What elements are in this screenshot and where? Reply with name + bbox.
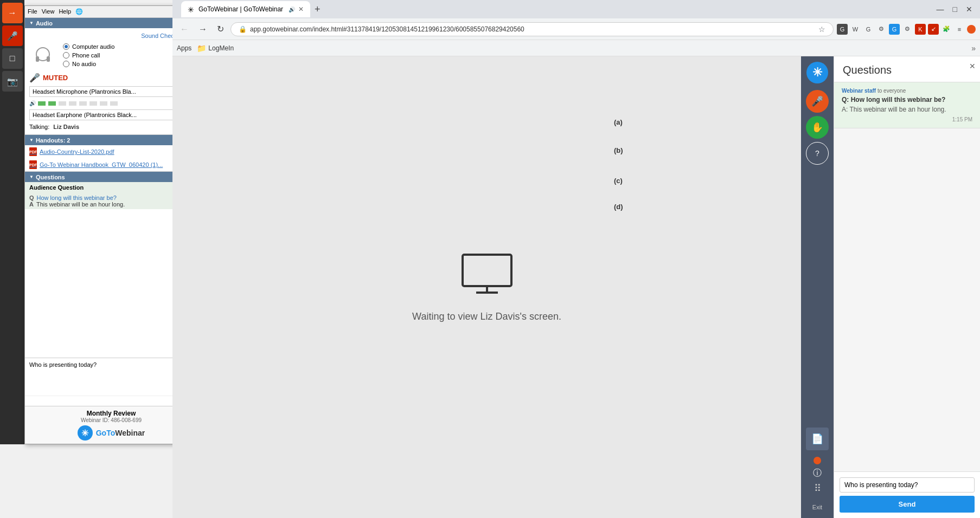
ext-2[interactable]: G bbox=[863, 24, 874, 35]
doc-btn-row: 📄 bbox=[806, 428, 829, 450]
ext-5[interactable]: K bbox=[915, 24, 926, 35]
handout-item-1[interactable]: PDF Audio-Country-List-2020.pdf bbox=[25, 145, 197, 158]
ext-1[interactable]: W bbox=[850, 24, 861, 35]
browser-tab-active[interactable]: ✳ GoToWebinar | GoToWebinar 🔊 ✕ bbox=[181, 1, 310, 17]
app-menu: File View Help 🌐 bbox=[28, 8, 83, 15]
address-bar[interactable]: 🔒 app.gotowebinar.com/index.html#3113784… bbox=[230, 22, 834, 36]
svg-rect-1 bbox=[36, 56, 39, 62]
gotowebinar-logo: ✳ GoToWebinar bbox=[29, 425, 193, 441]
desktop-app-panel: File View Help 🌐 _ □ ✕ ▼ Audio ⊡ Sound C… bbox=[24, 5, 198, 444]
ext-lastpass[interactable]: ↙ bbox=[928, 24, 939, 35]
muted-indicator: 🎤 MUTED bbox=[29, 73, 193, 83]
monitor-icon bbox=[460, 252, 514, 306]
audio-section-header: ▼ Audio ⊡ bbox=[25, 18, 197, 28]
earphone-device-selector[interactable]: Headset Earphone (Plantronics Black... ▼ bbox=[29, 109, 193, 120]
browser-close-btn[interactable]: ✕ bbox=[963, 4, 976, 15]
apps-label: Apps bbox=[177, 44, 191, 52]
vol-bar-4 bbox=[69, 101, 76, 106]
questions-panel-close-btn[interactable]: ✕ bbox=[969, 62, 976, 70]
sidebar-icon-camera[interactable]: 📷 bbox=[2, 71, 23, 92]
address-star-icon[interactable]: ☆ bbox=[818, 25, 825, 34]
phone-call-radio[interactable] bbox=[63, 52, 69, 59]
a-answer-text: This webinar will be an hour long. bbox=[849, 106, 946, 113]
computer-audio-option[interactable]: Computer audio bbox=[63, 43, 114, 50]
help-btn-row: ? bbox=[806, 142, 829, 165]
profile-avatar[interactable] bbox=[967, 25, 976, 34]
no-audio-option[interactable]: No audio bbox=[63, 61, 114, 67]
questions-collapse-icon[interactable]: ▼ bbox=[29, 174, 34, 179]
ext-grammarly[interactable]: G bbox=[837, 24, 848, 35]
vol-bar-8 bbox=[110, 101, 118, 106]
chat-input[interactable]: Who is presenting today? bbox=[29, 361, 193, 381]
menu-help[interactable]: Help bbox=[59, 8, 71, 15]
audio-radio-group: Computer audio Phone call No audio bbox=[63, 43, 114, 67]
doc-btn[interactable]: 📄 bbox=[806, 428, 829, 450]
ext-4[interactable]: ⚙ bbox=[902, 24, 913, 35]
ext-more[interactable]: ≡ bbox=[954, 24, 965, 35]
tab-close-btn[interactable]: ✕ bbox=[298, 5, 304, 13]
sidebar-icon-arrow[interactable]: → bbox=[2, 3, 23, 23]
sidebar-icon-mic[interactable]: 🎤 bbox=[2, 25, 23, 46]
handout-filename-2: Go-To Webinar Handbook_GTW_060420 (1)... bbox=[40, 161, 163, 168]
ext-3[interactable]: ⚙ bbox=[876, 24, 887, 35]
control-strip: ✳ 🎤 ✋ ? 📄 bbox=[801, 56, 834, 518]
bookmarks-bar: Apps 📁 LogMeIn » bbox=[172, 40, 980, 56]
grid-btn[interactable]: ⠿ bbox=[814, 482, 821, 494]
handouts-section-header: ▼ Handouts: 2 ⊡ bbox=[25, 135, 197, 145]
menu-view[interactable]: View bbox=[42, 8, 55, 15]
info-btn[interactable]: ⓘ bbox=[813, 468, 822, 479]
bookmark-logmein[interactable]: 📁 LogMeIn bbox=[197, 44, 234, 53]
browser-window: ✳ GoToWebinar | GoToWebinar 🔊 ✕ + — □ ✕ … bbox=[172, 0, 980, 518]
menu-globe-icon[interactable]: 🌐 bbox=[75, 8, 83, 15]
sound-check-row: Sound Check ? bbox=[29, 33, 193, 39]
qa-item: Q How long will this webinar be? A This … bbox=[25, 193, 197, 209]
ext-puzzle[interactable]: 🧩 bbox=[941, 24, 952, 35]
pdf-icon-1: PDF bbox=[29, 147, 37, 156]
questions-section: ▼ Questions ⊡ Audience Question Q How lo… bbox=[25, 171, 197, 358]
audio-collapse-icon[interactable]: ▼ bbox=[29, 21, 34, 25]
qa-answer-row: A This webinar will be an hour long. bbox=[29, 201, 193, 208]
menu-file[interactable]: File bbox=[28, 8, 37, 15]
questions-right-panel: Questions ✕ Webinar staff to everyone Q:… bbox=[834, 56, 980, 518]
forward-btn[interactable]: → bbox=[195, 23, 210, 36]
vol-bar-1 bbox=[38, 101, 46, 106]
pdf-icon-2: PDF bbox=[29, 160, 37, 169]
address-bar-row: ← → ↻ 🔒 app.gotowebinar.com/index.html#3… bbox=[172, 18, 980, 40]
gotowebinar-asterisk-logo: ✳ bbox=[806, 62, 828, 83]
muted-text: MUTED bbox=[43, 74, 68, 82]
new-tab-btn[interactable]: + bbox=[311, 4, 324, 15]
phone-call-option[interactable]: Phone call bbox=[63, 52, 114, 59]
ext-vpn[interactable]: G bbox=[889, 24, 900, 35]
questions-panel-header: Questions ✕ bbox=[834, 56, 980, 82]
webinar-title: Monthly Review bbox=[29, 410, 193, 417]
handouts-title: Handouts: 2 bbox=[36, 137, 71, 144]
back-btn[interactable]: ← bbox=[177, 23, 192, 36]
browser-minimize-btn[interactable]: — bbox=[933, 4, 947, 15]
exit-btn[interactable]: Exit bbox=[801, 502, 834, 513]
q-prefix: Q: bbox=[842, 96, 849, 103]
right-send-btn[interactable]: Send bbox=[840, 496, 975, 513]
right-chat-input[interactable] bbox=[840, 477, 975, 493]
no-audio-radio[interactable] bbox=[63, 61, 69, 67]
hand-raise-btn[interactable]: ✋ bbox=[806, 116, 829, 139]
bookmark-apps[interactable]: Apps bbox=[177, 44, 191, 52]
computer-audio-radio[interactable] bbox=[63, 43, 69, 50]
handout-item-2[interactable]: PDF Go-To Webinar Handbook_GTW_060420 (1… bbox=[25, 158, 197, 171]
sound-check-label[interactable]: Sound Check bbox=[141, 33, 177, 39]
logo-text: GoToWebinar bbox=[96, 429, 145, 437]
mic-device-selector[interactable]: Headset Microphone (Plantronics Bla... ▼ bbox=[29, 86, 193, 97]
help-question-btn[interactable]: ? bbox=[806, 142, 829, 165]
app-footer: Monthly Review Webinar ID: 486-008-699 ✳… bbox=[25, 406, 197, 444]
phone-call-label: Phone call bbox=[72, 52, 100, 59]
bookmarks-more-btn[interactable]: » bbox=[971, 44, 976, 53]
sidebar-icon-screen[interactable]: □ bbox=[2, 48, 23, 69]
no-audio-label: No audio bbox=[72, 61, 96, 67]
q-label: Q bbox=[29, 195, 34, 201]
browser-maximize-btn[interactable]: □ bbox=[950, 4, 960, 15]
vol-bar-3 bbox=[59, 101, 66, 106]
mic-btn-row: 🎤 bbox=[806, 90, 829, 113]
refresh-btn[interactable]: ↻ bbox=[214, 22, 227, 36]
audio-options: Computer audio Phone call No audio bbox=[29, 43, 193, 67]
mic-mute-btn[interactable]: 🎤 bbox=[806, 90, 829, 113]
handouts-collapse-icon[interactable]: ▼ bbox=[29, 138, 34, 143]
